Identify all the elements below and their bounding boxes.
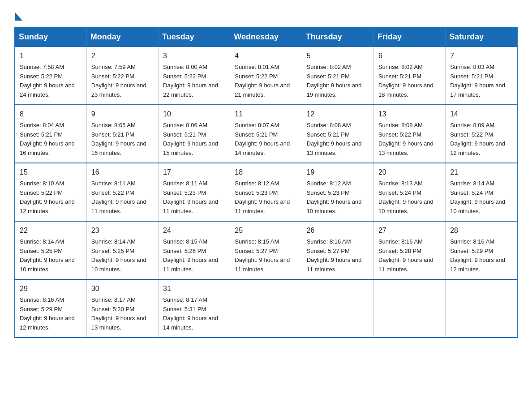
day-info: Sunrise: 8:12 AMSunset: 5:23 PMDaylight:…	[307, 179, 369, 216]
day-number: 11	[235, 109, 297, 120]
day-number: 27	[378, 225, 441, 236]
day-info: Sunrise: 8:11 AMSunset: 5:22 PMDaylight:…	[91, 179, 154, 216]
day-number: 16	[91, 167, 154, 178]
day-number: 14	[450, 109, 512, 120]
day-cell: 30Sunrise: 8:17 AMSunset: 5:30 PMDayligh…	[86, 279, 158, 338]
calendar-body: 1Sunrise: 7:58 AMSunset: 5:22 PMDaylight…	[15, 47, 517, 338]
day-cell: 31Sunrise: 8:17 AMSunset: 5:31 PMDayligh…	[159, 279, 230, 338]
header-cell-saturday: Saturday	[446, 27, 517, 47]
day-number: 19	[307, 167, 369, 178]
day-cell	[373, 279, 445, 338]
day-number: 15	[20, 167, 82, 178]
day-info: Sunrise: 7:59 AMSunset: 5:22 PMDaylight:…	[91, 63, 154, 100]
logo-arrow-icon	[15, 13, 22, 21]
day-number: 9	[91, 109, 154, 120]
day-info: Sunrise: 8:14 AMSunset: 5:24 PMDaylight:…	[450, 179, 512, 216]
day-info: Sunrise: 8:10 AMSunset: 5:22 PMDaylight:…	[20, 179, 82, 216]
day-cell: 21Sunrise: 8:14 AMSunset: 5:24 PMDayligh…	[446, 163, 517, 221]
day-number: 26	[307, 225, 369, 236]
calendar-table: SundayMondayTuesdayWednesdayThursdayFrid…	[14, 27, 518, 338]
day-cell: 16Sunrise: 8:11 AMSunset: 5:22 PMDayligh…	[86, 163, 158, 221]
day-info: Sunrise: 8:06 AMSunset: 5:21 PMDaylight:…	[163, 121, 225, 158]
day-number: 23	[91, 225, 154, 236]
day-info: Sunrise: 8:17 AMSunset: 5:30 PMDaylight:…	[91, 295, 154, 333]
day-cell: 12Sunrise: 8:08 AMSunset: 5:21 PMDayligh…	[302, 105, 373, 163]
day-info: Sunrise: 8:04 AMSunset: 5:21 PMDaylight:…	[20, 121, 82, 158]
day-cell: 7Sunrise: 8:03 AMSunset: 5:21 PMDaylight…	[446, 47, 517, 105]
day-number: 30	[91, 283, 154, 295]
day-cell: 18Sunrise: 8:12 AMSunset: 5:23 PMDayligh…	[230, 163, 302, 221]
day-cell: 15Sunrise: 8:10 AMSunset: 5:22 PMDayligh…	[15, 163, 86, 221]
day-number: 2	[91, 51, 154, 62]
day-number: 13	[378, 109, 441, 120]
day-number: 7	[450, 51, 512, 62]
calendar-header: SundayMondayTuesdayWednesdayThursdayFrid…	[15, 27, 517, 47]
day-cell: 1Sunrise: 7:58 AMSunset: 5:22 PMDaylight…	[15, 47, 86, 105]
day-cell: 6Sunrise: 8:02 AMSunset: 5:21 PMDaylight…	[373, 47, 445, 105]
day-cell: 13Sunrise: 8:08 AMSunset: 5:22 PMDayligh…	[373, 105, 445, 163]
day-cell: 22Sunrise: 8:14 AMSunset: 5:25 PMDayligh…	[15, 221, 86, 279]
logo	[14, 11, 22, 19]
day-info: Sunrise: 7:58 AMSunset: 5:22 PMDaylight:…	[20, 63, 82, 100]
day-info: Sunrise: 8:13 AMSunset: 5:24 PMDaylight:…	[378, 179, 441, 216]
day-cell: 4Sunrise: 8:01 AMSunset: 5:22 PMDaylight…	[230, 47, 302, 105]
day-number: 3	[163, 51, 225, 62]
day-cell: 26Sunrise: 8:16 AMSunset: 5:27 PMDayligh…	[302, 221, 373, 279]
day-number: 24	[163, 225, 225, 236]
day-info: Sunrise: 8:03 AMSunset: 5:21 PMDaylight:…	[450, 63, 512, 100]
day-info: Sunrise: 8:15 AMSunset: 5:27 PMDaylight:…	[235, 237, 297, 274]
day-info: Sunrise: 8:16 AMSunset: 5:29 PMDaylight:…	[450, 237, 512, 274]
day-number: 1	[20, 51, 82, 62]
day-cell: 28Sunrise: 8:16 AMSunset: 5:29 PMDayligh…	[446, 221, 517, 279]
day-cell: 24Sunrise: 8:15 AMSunset: 5:26 PMDayligh…	[159, 221, 230, 279]
day-number: 4	[235, 51, 297, 62]
header-cell-monday: Monday	[86, 27, 158, 47]
header-cell-thursday: Thursday	[302, 27, 373, 47]
day-cell: 20Sunrise: 8:13 AMSunset: 5:24 PMDayligh…	[373, 163, 445, 221]
page: SundayMondayTuesdayWednesdayThursdayFrid…	[0, 0, 532, 349]
day-info: Sunrise: 8:00 AMSunset: 5:22 PMDaylight:…	[163, 63, 225, 100]
day-cell: 23Sunrise: 8:14 AMSunset: 5:25 PMDayligh…	[86, 221, 158, 279]
day-number: 5	[307, 51, 369, 62]
day-info: Sunrise: 8:11 AMSunset: 5:23 PMDaylight:…	[163, 179, 225, 216]
day-info: Sunrise: 8:07 AMSunset: 5:21 PMDaylight:…	[235, 121, 297, 158]
day-cell: 14Sunrise: 8:09 AMSunset: 5:22 PMDayligh…	[446, 105, 517, 163]
day-number: 10	[163, 109, 225, 120]
day-info: Sunrise: 8:08 AMSunset: 5:21 PMDaylight:…	[307, 121, 369, 158]
day-number: 31	[163, 283, 225, 295]
day-info: Sunrise: 8:16 AMSunset: 5:29 PMDaylight:…	[20, 295, 82, 333]
week-row-4: 22Sunrise: 8:14 AMSunset: 5:25 PMDayligh…	[15, 221, 517, 279]
week-row-1: 1Sunrise: 7:58 AMSunset: 5:22 PMDaylight…	[15, 47, 517, 105]
day-cell: 10Sunrise: 8:06 AMSunset: 5:21 PMDayligh…	[159, 105, 230, 163]
day-number: 6	[378, 51, 441, 62]
day-info: Sunrise: 8:02 AMSunset: 5:21 PMDaylight:…	[378, 63, 441, 100]
day-cell: 17Sunrise: 8:11 AMSunset: 5:23 PMDayligh…	[159, 163, 230, 221]
day-info: Sunrise: 8:05 AMSunset: 5:21 PMDaylight:…	[91, 121, 154, 158]
header-cell-friday: Friday	[373, 27, 445, 47]
day-info: Sunrise: 8:09 AMSunset: 5:22 PMDaylight:…	[450, 121, 512, 158]
day-cell: 8Sunrise: 8:04 AMSunset: 5:21 PMDaylight…	[15, 105, 86, 163]
day-number: 28	[450, 225, 512, 236]
day-number: 17	[163, 167, 225, 178]
day-info: Sunrise: 8:02 AMSunset: 5:21 PMDaylight:…	[307, 63, 369, 100]
day-cell	[230, 279, 302, 338]
header-cell-wednesday: Wednesday	[230, 27, 302, 47]
day-cell: 27Sunrise: 8:16 AMSunset: 5:28 PMDayligh…	[373, 221, 445, 279]
header-cell-sunday: Sunday	[15, 27, 86, 47]
day-cell	[302, 279, 373, 338]
day-cell: 19Sunrise: 8:12 AMSunset: 5:23 PMDayligh…	[302, 163, 373, 221]
day-number: 8	[20, 109, 82, 120]
header	[14, 11, 518, 19]
day-info: Sunrise: 8:14 AMSunset: 5:25 PMDaylight:…	[91, 237, 154, 274]
day-cell	[446, 279, 517, 338]
day-info: Sunrise: 8:16 AMSunset: 5:27 PMDaylight:…	[307, 237, 369, 274]
week-row-3: 15Sunrise: 8:10 AMSunset: 5:22 PMDayligh…	[15, 163, 517, 221]
header-cell-tuesday: Tuesday	[159, 27, 230, 47]
day-number: 25	[235, 225, 297, 236]
day-info: Sunrise: 8:01 AMSunset: 5:22 PMDaylight:…	[235, 63, 297, 100]
day-number: 12	[307, 109, 369, 120]
day-cell: 3Sunrise: 8:00 AMSunset: 5:22 PMDaylight…	[159, 47, 230, 105]
day-info: Sunrise: 8:14 AMSunset: 5:25 PMDaylight:…	[20, 237, 82, 274]
day-cell: 11Sunrise: 8:07 AMSunset: 5:21 PMDayligh…	[230, 105, 302, 163]
day-number: 21	[450, 167, 512, 178]
